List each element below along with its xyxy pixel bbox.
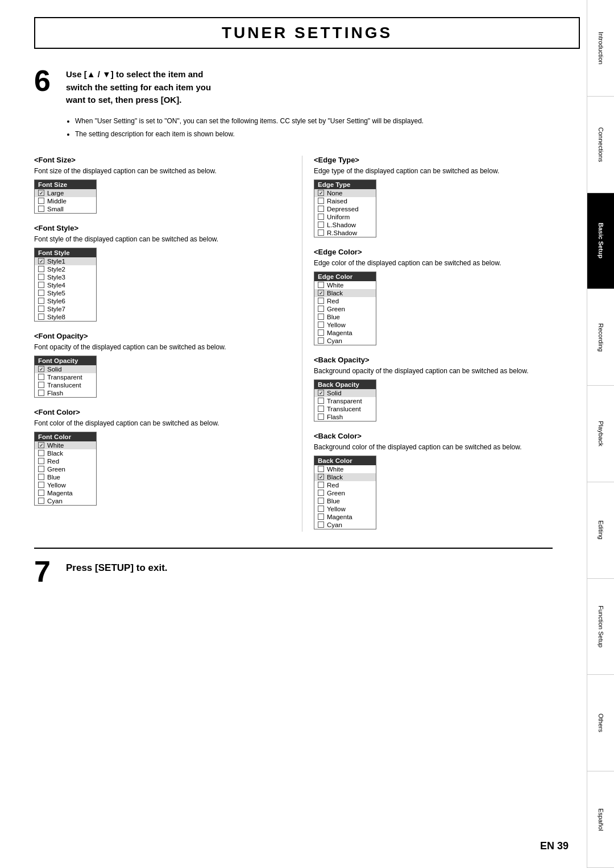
font-opacity-flash[interactable]: Flash xyxy=(35,389,96,397)
edge-color-green[interactable]: Green xyxy=(314,305,376,313)
edge-type-rshadow-checkbox[interactable] xyxy=(318,229,324,236)
font-opacity-solid[interactable]: Solid xyxy=(35,365,96,373)
edge-color-magenta-checkbox[interactable] xyxy=(318,329,324,336)
edge-color-magenta[interactable]: Magenta xyxy=(314,329,376,337)
back-color-black-checkbox[interactable] xyxy=(318,474,324,480)
font-size-middle-checkbox[interactable] xyxy=(38,198,44,204)
edge-type-lshadow[interactable]: L.Shadow xyxy=(314,221,376,229)
back-opacity-transparent[interactable]: Transparent xyxy=(314,397,376,405)
edge-type-none[interactable]: None xyxy=(314,189,376,197)
font-color-green[interactable]: Green xyxy=(35,465,96,473)
font-size-small[interactable]: Small xyxy=(35,205,96,213)
edge-type-depressed[interactable]: Depressed xyxy=(314,205,376,213)
font-color-magenta[interactable]: Magenta xyxy=(35,489,96,497)
edge-color-cyan-checkbox[interactable] xyxy=(318,337,324,344)
sidebar-tab-editing[interactable]: Editing xyxy=(587,482,614,579)
sidebar-tab-introduction[interactable]: Introduction xyxy=(587,0,614,97)
font-style-style6[interactable]: Style6 xyxy=(35,297,96,305)
back-color-red[interactable]: Red xyxy=(314,481,376,489)
sidebar-tab-others[interactable]: Others xyxy=(587,675,614,771)
font-style-style1-checkbox[interactable] xyxy=(38,258,44,264)
font-style-style2[interactable]: Style2 xyxy=(35,265,96,273)
font-size-middle[interactable]: Middle xyxy=(35,197,96,205)
font-opacity-transparent[interactable]: Transparent xyxy=(35,373,96,381)
font-opacity-translucent[interactable]: Translucent xyxy=(35,381,96,389)
font-style-style8-checkbox[interactable] xyxy=(38,314,44,320)
font-style-style8[interactable]: Style8 xyxy=(35,313,96,321)
font-style-style2-checkbox[interactable] xyxy=(38,266,44,272)
edge-type-rshadow[interactable]: R.Shadow xyxy=(314,229,376,237)
back-opacity-solid-checkbox[interactable] xyxy=(318,390,324,396)
font-color-white-checkbox[interactable] xyxy=(38,442,44,448)
font-style-style6-checkbox[interactable] xyxy=(38,298,44,304)
font-style-style4-checkbox[interactable] xyxy=(38,282,44,288)
font-style-style7-checkbox[interactable] xyxy=(38,306,44,312)
edge-type-uniform[interactable]: Uniform xyxy=(314,213,376,221)
font-color-yellow[interactable]: Yellow xyxy=(35,481,96,489)
back-color-white-checkbox[interactable] xyxy=(318,466,324,472)
edge-type-uniform-checkbox[interactable] xyxy=(318,214,324,220)
back-color-green-checkbox[interactable] xyxy=(318,490,324,496)
font-color-magenta-checkbox[interactable] xyxy=(38,490,44,496)
back-opacity-translucent-checkbox[interactable] xyxy=(318,406,324,412)
edge-type-raised[interactable]: Raised xyxy=(314,197,376,205)
back-opacity-flash[interactable]: Flash xyxy=(314,413,376,421)
font-style-style3-checkbox[interactable] xyxy=(38,274,44,280)
edge-color-black[interactable]: Black xyxy=(314,289,376,297)
edge-color-black-checkbox[interactable] xyxy=(318,290,324,296)
back-color-magenta[interactable]: Magenta xyxy=(314,513,376,521)
font-color-red-checkbox[interactable] xyxy=(38,458,44,464)
font-style-style4[interactable]: Style4 xyxy=(35,281,96,289)
back-color-cyan-checkbox[interactable] xyxy=(318,521,324,528)
font-color-green-checkbox[interactable] xyxy=(38,466,44,472)
font-color-red[interactable]: Red xyxy=(35,457,96,465)
font-size-large[interactable]: Large xyxy=(35,189,96,197)
edge-type-depressed-checkbox[interactable] xyxy=(318,206,324,212)
font-size-small-checkbox[interactable] xyxy=(38,206,44,212)
edge-color-red-checkbox[interactable] xyxy=(318,298,324,304)
font-color-black[interactable]: Black xyxy=(35,449,96,457)
sidebar-tab-recording[interactable]: Recording xyxy=(587,289,614,386)
back-color-black[interactable]: Black xyxy=(314,473,376,481)
back-opacity-translucent[interactable]: Translucent xyxy=(314,405,376,413)
edge-color-cyan[interactable]: Cyan xyxy=(314,337,376,345)
back-color-magenta-checkbox[interactable] xyxy=(318,514,324,520)
back-color-yellow-checkbox[interactable] xyxy=(318,506,324,512)
back-opacity-flash-checkbox[interactable] xyxy=(318,414,324,420)
font-opacity-transparent-checkbox[interactable] xyxy=(38,374,44,380)
sidebar-tab-playback[interactable]: Playback xyxy=(587,386,614,482)
font-opacity-flash-checkbox[interactable] xyxy=(38,390,44,396)
edge-type-lshadow-checkbox[interactable] xyxy=(318,222,324,228)
font-style-style1[interactable]: Style1 xyxy=(35,257,96,265)
font-color-yellow-checkbox[interactable] xyxy=(38,482,44,488)
back-color-white[interactable]: White xyxy=(314,465,376,473)
font-style-style5-checkbox[interactable] xyxy=(38,290,44,296)
font-style-style5[interactable]: Style5 xyxy=(35,289,96,297)
sidebar-tab-function-setup[interactable]: Function Setup xyxy=(587,579,614,675)
font-style-style3[interactable]: Style3 xyxy=(35,273,96,281)
back-color-blue[interactable]: Blue xyxy=(314,497,376,505)
edge-type-raised-checkbox[interactable] xyxy=(318,198,324,204)
font-style-style7[interactable]: Style7 xyxy=(35,305,96,313)
sidebar-tab-espanol[interactable]: Español xyxy=(587,771,614,868)
back-opacity-transparent-checkbox[interactable] xyxy=(318,398,324,404)
sidebar-tab-connections[interactable]: Connections xyxy=(587,97,614,193)
sidebar-tab-basic-setup[interactable]: Basic Setup xyxy=(587,193,614,290)
back-color-yellow[interactable]: Yellow xyxy=(314,505,376,513)
edge-color-green-checkbox[interactable] xyxy=(318,306,324,312)
edge-color-blue[interactable]: Blue xyxy=(314,313,376,321)
font-color-blue-checkbox[interactable] xyxy=(38,474,44,480)
edge-type-none-checkbox[interactable] xyxy=(318,190,324,196)
back-color-red-checkbox[interactable] xyxy=(318,482,324,488)
back-color-green[interactable]: Green xyxy=(314,489,376,497)
back-opacity-solid[interactable]: Solid xyxy=(314,389,376,397)
font-color-black-checkbox[interactable] xyxy=(38,450,44,456)
font-opacity-translucent-checkbox[interactable] xyxy=(38,382,44,388)
edge-color-yellow-checkbox[interactable] xyxy=(318,322,324,328)
font-size-large-checkbox[interactable] xyxy=(38,190,44,196)
edge-color-white-checkbox[interactable] xyxy=(318,282,324,288)
edge-color-red[interactable]: Red xyxy=(314,297,376,305)
font-color-cyan-checkbox[interactable] xyxy=(38,498,44,504)
edge-color-white[interactable]: White xyxy=(314,281,376,289)
edge-color-yellow[interactable]: Yellow xyxy=(314,321,376,329)
